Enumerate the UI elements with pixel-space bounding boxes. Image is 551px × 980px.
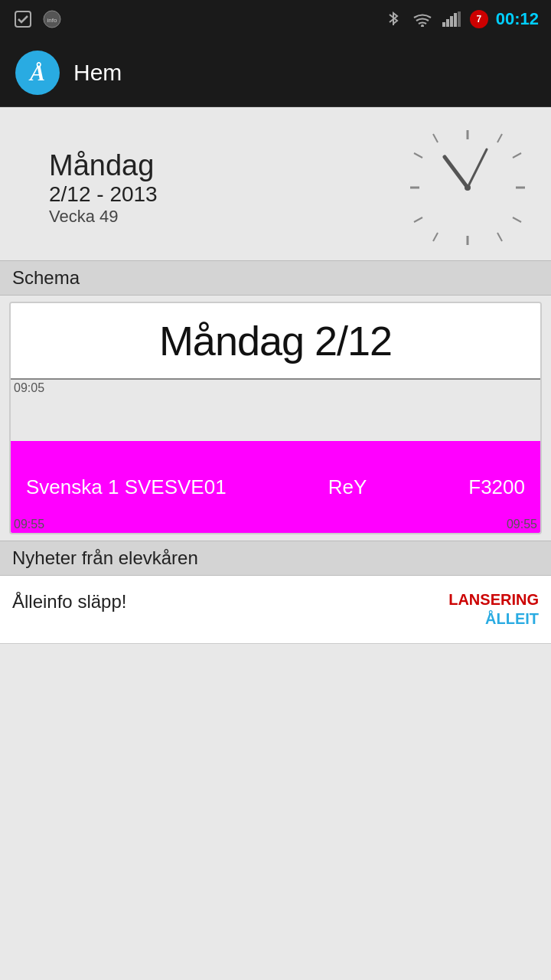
date-day: Måndag: [49, 149, 154, 182]
svg-rect-9: [458, 11, 461, 27]
svg-line-19: [414, 217, 422, 222]
schedule-card-title: Måndag 2/12: [159, 318, 392, 364]
date-clock-section: Måndag 2/12 - 2013 Vecka 49: [0, 107, 551, 260]
time-label-end: 09:55: [14, 518, 44, 531]
news-item[interactable]: Ålleinfo släpp! LANSERING ÅLLEIT: [0, 576, 551, 644]
news-item-tags: LANSERING ÅLLEIT: [448, 591, 539, 628]
clock-minute-hand: [468, 149, 487, 188]
news-tag-alleit: ÅLLEIT: [485, 610, 539, 628]
schedule-card-header: Måndag 2/12: [11, 303, 540, 380]
clock-hour-hand: [445, 157, 468, 188]
svg-rect-8: [454, 13, 457, 27]
app-title: Hem: [73, 60, 122, 86]
svg-rect-7: [450, 16, 453, 27]
clock: [403, 122, 533, 253]
news-tag-lansering: LANSERING: [448, 591, 539, 609]
date-week: Vecka 49: [49, 207, 119, 227]
svg-line-21: [433, 134, 438, 142]
svg-point-4: [421, 24, 424, 27]
svg-line-20: [414, 153, 422, 158]
clock-svg: [403, 122, 533, 253]
schedule-card[interactable]: Måndag 2/12 09:05 Svenska 1 SVESVE01 ReY…: [9, 302, 542, 534]
svg-line-16: [513, 217, 521, 222]
lesson-teacher: ReY: [328, 475, 367, 499]
svg-line-14: [497, 134, 502, 142]
wifi-icon: [412, 8, 433, 30]
date-full: 2/12 - 2013: [49, 182, 158, 207]
notification-badge: 7: [470, 10, 488, 28]
lesson-subject: Svenska 1 SVESVE01: [26, 475, 227, 499]
clock-center: [465, 185, 471, 191]
schema-section-header: Schema: [0, 260, 551, 296]
news-item-text: Ålleinfo släpp!: [12, 591, 448, 612]
svg-text:info: info: [47, 17, 57, 24]
svg-line-18: [433, 233, 438, 241]
status-left-icons: info: [12, 8, 63, 30]
date-info: Måndag 2/12 - 2013 Vecka 49: [18, 149, 158, 227]
lesson-room: F3200: [468, 475, 525, 499]
time-label-start: 09:05: [14, 381, 44, 395]
news-section-header: Nyheter från elevkåren: [0, 541, 551, 576]
status-bar: info: [0, 0, 551, 38]
signal-icon: [441, 8, 462, 30]
app-badge-icon: info: [41, 8, 63, 30]
svg-rect-0: [15, 11, 31, 27]
svg-rect-6: [446, 19, 449, 27]
content-area: Måndag 2/12 - 2013 Vecka 49: [0, 107, 551, 980]
app-logo-letter: Å: [30, 60, 45, 86]
schedule-card-body: 09:05 Svenska 1 SVESVE01 ReY F3200 09:55…: [11, 380, 540, 533]
svg-line-17: [497, 233, 502, 241]
bluetooth-icon: [383, 8, 404, 30]
app-logo[interactable]: Å: [15, 51, 60, 95]
time-label-end2: 09:55: [507, 518, 537, 531]
status-right-icons: 7 00:12: [383, 8, 539, 30]
lesson-block[interactable]: Svenska 1 SVESVE01 ReY F3200: [11, 441, 540, 533]
svg-line-15: [513, 153, 521, 158]
svg-rect-5: [442, 22, 445, 27]
app-bar: Å Hem: [0, 38, 551, 107]
task-icon: [12, 8, 34, 30]
status-time: 00:12: [496, 9, 539, 29]
